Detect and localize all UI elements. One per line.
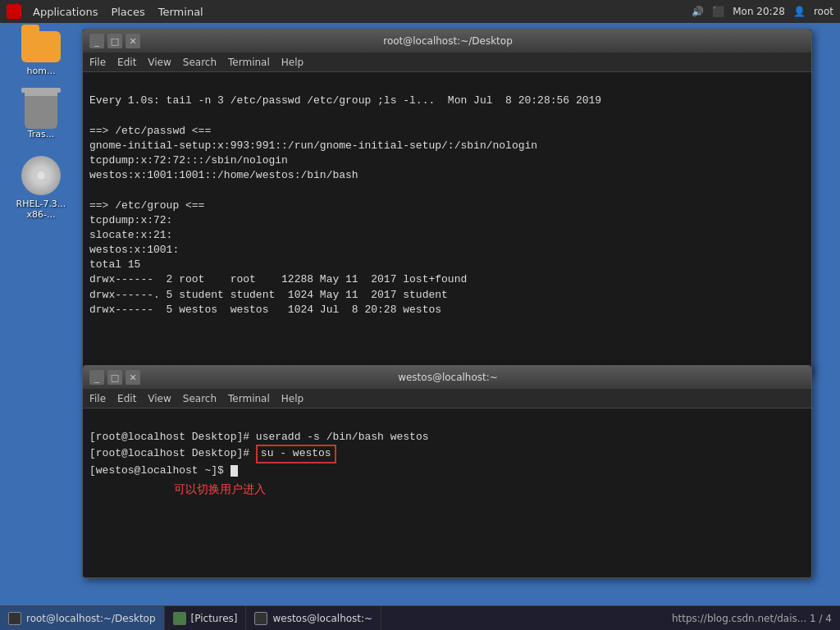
menu-edit-westos[interactable]: Edit bbox=[117, 393, 136, 404]
menu-file-westos[interactable]: File bbox=[89, 393, 106, 404]
applications-menu[interactable]: Applications bbox=[28, 4, 103, 20]
maximize-button-westos[interactable]: □ bbox=[107, 370, 122, 385]
menu-view-root[interactable]: View bbox=[148, 57, 171, 68]
ls-line3: drwx------ 5 westos westos 1024 Jul 8 20… bbox=[89, 304, 441, 316]
westos-cmd2-highlight: su - westos bbox=[256, 445, 336, 463]
minimize-button-westos[interactable]: _ bbox=[89, 370, 104, 385]
group-header: ==> /etc/group <== bbox=[89, 199, 204, 212]
watch-command-line: Every 1.0s: tail -n 3 /etc/passwd /etc/g… bbox=[89, 94, 601, 107]
terminal-root-title: root@localhost:~/Desktop bbox=[140, 35, 756, 47]
taskbar-pictures-label: [Pictures] bbox=[191, 613, 238, 624]
menu-terminal-root[interactable]: Terminal bbox=[228, 57, 270, 68]
taskbar-pictures[interactable]: [Pictures] bbox=[165, 606, 247, 631]
speaker-icon[interactable]: 🔊 bbox=[692, 6, 704, 17]
maximize-button-root[interactable]: □ bbox=[107, 34, 122, 48]
username: root bbox=[814, 6, 833, 17]
passwd-header: ==> /etc/passwd <== bbox=[89, 125, 211, 137]
ls-line2: drwx------. 5 student student 1024 May 1… bbox=[89, 289, 448, 301]
westos-prompt1: [root@localhost Desktop]# bbox=[89, 431, 256, 443]
total-line: total 15 bbox=[89, 258, 140, 271]
dvd-icon bbox=[21, 156, 61, 195]
taskbar: root@localhost:~/Desktop [Pictures] west… bbox=[0, 605, 840, 630]
cursor bbox=[231, 465, 238, 477]
terminal-westos-content: [root@localhost Desktop]# useradd -s /bi… bbox=[83, 409, 811, 504]
folder-icon bbox=[21, 31, 61, 62]
group-line2: slocate:x:21: bbox=[89, 229, 172, 241]
terminal-westos: _ □ ✕ westos@localhost:~ File Edit View … bbox=[82, 365, 812, 578]
menu-search-westos[interactable]: Search bbox=[183, 393, 217, 404]
westos-prompt3: [westos@localhost ~]$ bbox=[89, 464, 231, 477]
terminal-westos-titlebar: _ □ ✕ westos@localhost:~ bbox=[83, 366, 811, 389]
terminal-westos-menubar: File Edit View Search Terminal Help bbox=[83, 389, 811, 409]
terminal-westos-title: westos@localhost:~ bbox=[140, 372, 756, 383]
terminal-root-titlebar: _ □ ✕ root@localhost:~/Desktop bbox=[83, 30, 811, 52]
user-icon[interactable]: 👤 bbox=[793, 6, 806, 17]
taskbar-root-label: root@localhost:~/Desktop bbox=[26, 613, 156, 624]
group-line1: tcpdump:x:72: bbox=[89, 214, 172, 226]
close-button-root[interactable]: ✕ bbox=[126, 34, 140, 48]
taskbar-terminal-icon-root bbox=[8, 612, 21, 625]
terminal-root: _ □ ✕ root@localhost:~/Desktop File Edit… bbox=[82, 29, 812, 373]
menu-file-root[interactable]: File bbox=[89, 57, 106, 68]
menu-edit-root[interactable]: Edit bbox=[117, 57, 136, 68]
top-bar: Applications Places Terminal 🔊 ⬛ Mon 20:… bbox=[0, 0, 840, 23]
dvd-icon-container[interactable]: RHEL-7.3...x86-... bbox=[4, 156, 78, 220]
dvd-icon-label: RHEL-7.3...x86-... bbox=[16, 199, 66, 220]
terminal-menu[interactable]: Terminal bbox=[153, 4, 208, 20]
menu-terminal-westos[interactable]: Terminal bbox=[228, 393, 270, 404]
os-logo bbox=[7, 4, 21, 19]
home-icon[interactable]: hom... bbox=[4, 31, 78, 76]
passwd-line2: tcpdump:x:72:72:::/sbin/nologin bbox=[89, 154, 288, 167]
titlebar-buttons-root: _ □ ✕ bbox=[89, 34, 140, 48]
taskbar-right-info: https://blog.csdn.net/dais... 1 / 4 bbox=[664, 613, 840, 624]
ls-line1: drwx------ 2 root root 12288 May 11 2017… bbox=[89, 273, 467, 285]
passwd-line3: westos:x:1001:1001::/home/westos:/bin/ba… bbox=[89, 169, 358, 181]
places-menu[interactable]: Places bbox=[106, 4, 149, 20]
clock: Mon 20:28 bbox=[733, 6, 785, 17]
trash-icon-container[interactable]: Tras... bbox=[4, 93, 78, 139]
terminal-root-content: Every 1.0s: tail -n 3 /etc/passwd /etc/g… bbox=[83, 72, 811, 324]
passwd-line1: gnome-initial-setup:x:993:991::/run/gnom… bbox=[89, 139, 537, 152]
trash-icon-label: Tras... bbox=[28, 129, 55, 139]
menu-help-westos[interactable]: Help bbox=[281, 393, 304, 404]
taskbar-root-terminal[interactable]: root@localhost:~/Desktop bbox=[0, 606, 165, 631]
display-icon[interactable]: ⬛ bbox=[712, 6, 724, 17]
close-button-westos[interactable]: ✕ bbox=[126, 370, 140, 385]
menu-help-root[interactable]: Help bbox=[281, 57, 304, 68]
group-line3: westos:x:1001: bbox=[89, 244, 179, 256]
westos-prompt2: [root@localhost Desktop]# bbox=[89, 447, 256, 459]
taskbar-westos-terminal[interactable]: westos@localhost:~ bbox=[246, 606, 381, 631]
westos-cmd1: useradd -s /bin/bash westos bbox=[256, 431, 429, 443]
annotation-text: 可以切换用户进入 bbox=[155, 482, 266, 498]
taskbar-pictures-icon bbox=[173, 612, 186, 625]
titlebar-buttons-westos: _ □ ✕ bbox=[89, 370, 140, 385]
minimize-button-root[interactable]: _ bbox=[89, 34, 104, 48]
trash-icon bbox=[25, 93, 57, 129]
topbar-left: Applications Places Terminal bbox=[7, 4, 208, 20]
home-icon-label: hom... bbox=[27, 66, 56, 76]
topbar-right: 🔊 ⬛ Mon 20:28 👤 root bbox=[692, 6, 833, 17]
menu-search-root[interactable]: Search bbox=[183, 57, 217, 68]
terminal-root-menubar: File Edit View Search Terminal Help bbox=[83, 52, 811, 72]
desktop-icons: hom... Tras... RHEL-7.3...x86-... bbox=[0, 23, 82, 220]
taskbar-terminal-icon-westos bbox=[254, 612, 267, 625]
menu-view-westos[interactable]: View bbox=[148, 393, 171, 404]
taskbar-westos-label: westos@localhost:~ bbox=[272, 613, 372, 624]
